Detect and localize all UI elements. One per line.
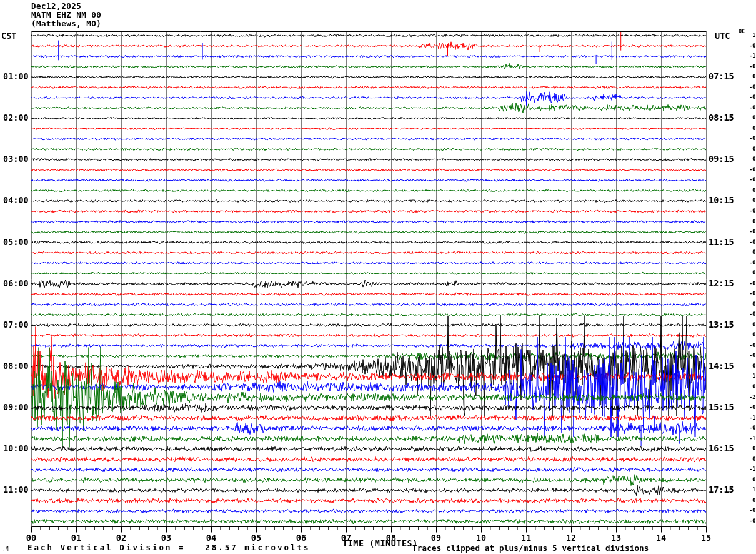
right-time-label: 10:15 [709,196,734,205]
dc-value: -0 [739,312,755,317]
x-tick-label: 04 [206,534,216,543]
dc-value: 0 [739,323,755,328]
dc-value: 0 [739,385,755,390]
dc-value: -0 [739,44,755,49]
dc-value: 0 [739,198,755,203]
dc-value: -1 [739,54,755,59]
dc-value: -1 [739,436,755,441]
dc-value: 0 [739,302,755,307]
scale-note: Each Vertical Division = 28.57 microvolt… [27,544,311,552]
x-tick-label: 00 [26,534,36,543]
x-tick-label: 09 [431,534,441,543]
right-time-label: 17:15 [709,486,734,495]
dc-value: 0 [739,157,755,162]
x-tick-label: 05 [251,534,261,543]
right-time-label: 12:15 [709,280,734,288]
x-tick-label: 13 [611,534,621,543]
header-station: MATM EHZ NM 00 [31,11,101,19]
right-time-label: 15:15 [709,403,734,412]
dc-value: 0 [739,74,755,79]
dc-value: 0 [739,498,755,503]
right-time-label: 14:15 [709,362,734,371]
dc-value: -0 [739,405,755,410]
left-timezone-label: CST [1,32,16,41]
dc-value: -0 [739,519,755,524]
left-time-label: 06:00 [3,280,29,288]
dc-value: 0 [739,333,755,338]
left-time-label: 02:00 [3,114,29,123]
dc-value: 0 [739,116,755,121]
right-time-label: 08:15 [709,114,734,123]
x-tick-label: 11 [521,534,531,543]
dc-value: 0 [739,188,755,193]
dc-value: -1 [739,416,755,421]
right-timezone-label: UTC [715,32,730,41]
x-tick-label: 06 [296,534,306,543]
dc-value: 0 [739,271,755,276]
seismogram-canvas [0,0,756,554]
dc-value: -0 [739,508,755,513]
dc-value: -0 [739,229,755,234]
dc-value: -0 [739,343,755,348]
left-time-label: 07:00 [3,321,29,330]
dc-value: 1 [739,33,755,38]
dc-value: 1 [739,488,755,493]
x-tick-label: 15 [701,534,711,543]
header-date: Dec12,2025 [31,3,81,11]
dc-value: -0 [739,209,755,214]
left-time-label: 09:00 [3,403,29,412]
dc-value: 0 [739,478,755,483]
dc-value: -1 [739,467,755,472]
right-time-label: 07:15 [709,73,734,81]
x-tick-label: 10 [476,534,486,543]
dc-value: -0 [739,136,755,141]
dc-value: 0 [739,147,755,152]
dc-value: 1 [739,374,755,379]
dc-value: -0 [739,291,755,296]
x-tick-label: 03 [161,534,171,543]
dc-value: 0 [739,364,755,369]
dc-value: -0 [739,168,755,173]
dc-value: -0 [739,178,755,183]
dc-value: 0 [739,457,755,462]
dc-value: -2 [739,395,755,400]
right-time-label: 11:15 [709,238,734,247]
x-tick-label: 12 [566,534,576,543]
x-tick-label: 02 [116,534,126,543]
clip-note: Traces clipped at plus/minus 5 vertical … [412,545,649,553]
left-time-label: 10:00 [3,445,29,453]
dc-value: 0 [739,126,755,131]
right-time-label: 13:15 [709,321,734,330]
dc-value: -0 [739,85,755,90]
dc-value: -0 [739,261,755,266]
helicorder-page: Dec12,2025 MATM EHZ NM 00 (Matthews, MO)… [0,0,756,554]
dc-value: -0 [739,64,755,69]
x-tick-label: 14 [656,534,666,543]
dc-value: -0 [739,426,755,431]
right-time-label: 09:15 [709,155,734,164]
dc-value: -0 [739,281,755,286]
watermark: .M [2,547,9,552]
x-tick-label: 01 [71,534,81,543]
dc-value: -0 [739,240,755,245]
left-time-label: 11:00 [3,486,29,495]
left-time-label: 05:00 [3,238,29,247]
dc-value: -0 [739,353,755,358]
dc-value: -0 [739,95,755,100]
left-time-label: 08:00 [3,362,29,371]
right-time-label: 16:15 [709,445,734,453]
left-time-label: 01:00 [3,73,29,81]
dc-value: 0 [739,250,755,255]
header-location: (Matthews, MO) [31,20,101,28]
left-time-label: 04:00 [3,196,29,205]
x-axis-title: TIME (MINUTES) [342,540,418,548]
dc-value: 0 [739,219,755,224]
left-time-label: 03:00 [3,155,29,164]
dc-value: 0 [739,446,755,451]
dc-value: -0 [739,106,755,111]
